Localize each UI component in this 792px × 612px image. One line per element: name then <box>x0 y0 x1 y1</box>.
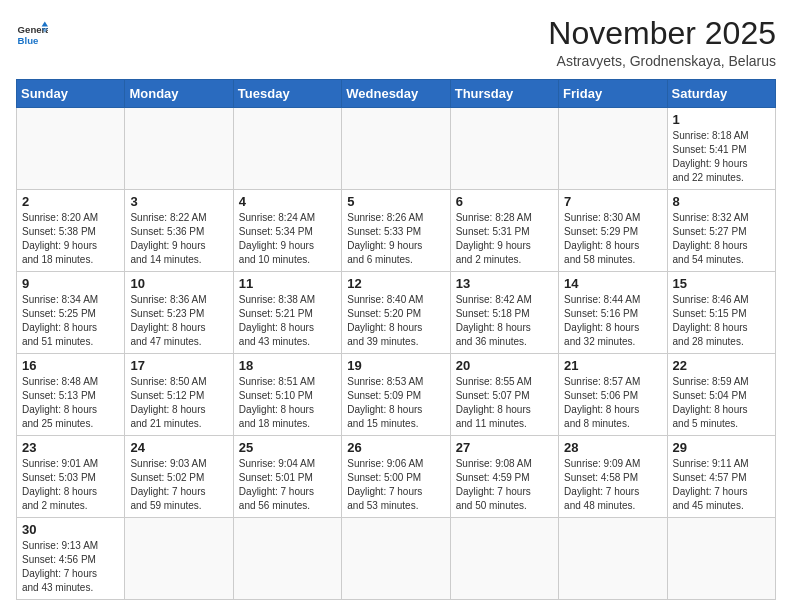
day-number: 1 <box>673 112 770 127</box>
day-number: 3 <box>130 194 227 209</box>
calendar-cell <box>450 108 558 190</box>
cell-sun-info: Sunrise: 8:50 AM Sunset: 5:12 PM Dayligh… <box>130 375 227 431</box>
day-number: 9 <box>22 276 119 291</box>
calendar-cell: 28Sunrise: 9:09 AM Sunset: 4:58 PM Dayli… <box>559 436 667 518</box>
day-number: 10 <box>130 276 227 291</box>
cell-sun-info: Sunrise: 9:03 AM Sunset: 5:02 PM Dayligh… <box>130 457 227 513</box>
day-of-week-saturday: Saturday <box>667 80 775 108</box>
calendar-cell: 2Sunrise: 8:20 AM Sunset: 5:38 PM Daylig… <box>17 190 125 272</box>
calendar-cell: 13Sunrise: 8:42 AM Sunset: 5:18 PM Dayli… <box>450 272 558 354</box>
cell-sun-info: Sunrise: 8:38 AM Sunset: 5:21 PM Dayligh… <box>239 293 336 349</box>
cell-sun-info: Sunrise: 8:53 AM Sunset: 5:09 PM Dayligh… <box>347 375 444 431</box>
day-number: 26 <box>347 440 444 455</box>
day-number: 4 <box>239 194 336 209</box>
calendar-cell: 18Sunrise: 8:51 AM Sunset: 5:10 PM Dayli… <box>233 354 341 436</box>
day-number: 27 <box>456 440 553 455</box>
cell-sun-info: Sunrise: 8:22 AM Sunset: 5:36 PM Dayligh… <box>130 211 227 267</box>
calendar-cell: 25Sunrise: 9:04 AM Sunset: 5:01 PM Dayli… <box>233 436 341 518</box>
day-number: 16 <box>22 358 119 373</box>
month-title: November 2025 <box>548 16 776 51</box>
title-area: November 2025 Astravyets, Grodnenskaya, … <box>548 16 776 69</box>
cell-sun-info: Sunrise: 9:13 AM Sunset: 4:56 PM Dayligh… <box>22 539 119 595</box>
day-number: 6 <box>456 194 553 209</box>
page-header: General Blue November 2025 Astravyets, G… <box>16 16 776 69</box>
calendar-cell: 20Sunrise: 8:55 AM Sunset: 5:07 PM Dayli… <box>450 354 558 436</box>
day-number: 28 <box>564 440 661 455</box>
logo: General Blue <box>16 20 48 48</box>
cell-sun-info: Sunrise: 8:44 AM Sunset: 5:16 PM Dayligh… <box>564 293 661 349</box>
calendar-cell: 6Sunrise: 8:28 AM Sunset: 5:31 PM Daylig… <box>450 190 558 272</box>
day-of-week-tuesday: Tuesday <box>233 80 341 108</box>
calendar-week-4: 16Sunrise: 8:48 AM Sunset: 5:13 PM Dayli… <box>17 354 776 436</box>
calendar-cell: 10Sunrise: 8:36 AM Sunset: 5:23 PM Dayli… <box>125 272 233 354</box>
calendar-cell <box>125 108 233 190</box>
location-subtitle: Astravyets, Grodnenskaya, Belarus <box>548 53 776 69</box>
logo-icon: General Blue <box>16 20 48 48</box>
calendar-cell: 7Sunrise: 8:30 AM Sunset: 5:29 PM Daylig… <box>559 190 667 272</box>
calendar-cell: 16Sunrise: 8:48 AM Sunset: 5:13 PM Dayli… <box>17 354 125 436</box>
cell-sun-info: Sunrise: 8:32 AM Sunset: 5:27 PM Dayligh… <box>673 211 770 267</box>
cell-sun-info: Sunrise: 8:40 AM Sunset: 5:20 PM Dayligh… <box>347 293 444 349</box>
day-of-week-monday: Monday <box>125 80 233 108</box>
day-of-week-wednesday: Wednesday <box>342 80 450 108</box>
calendar-cell <box>342 518 450 600</box>
calendar-week-3: 9Sunrise: 8:34 AM Sunset: 5:25 PM Daylig… <box>17 272 776 354</box>
calendar-cell: 9Sunrise: 8:34 AM Sunset: 5:25 PM Daylig… <box>17 272 125 354</box>
cell-sun-info: Sunrise: 9:08 AM Sunset: 4:59 PM Dayligh… <box>456 457 553 513</box>
day-number: 12 <box>347 276 444 291</box>
day-number: 25 <box>239 440 336 455</box>
day-number: 29 <box>673 440 770 455</box>
cell-sun-info: Sunrise: 8:30 AM Sunset: 5:29 PM Dayligh… <box>564 211 661 267</box>
calendar-cell: 5Sunrise: 8:26 AM Sunset: 5:33 PM Daylig… <box>342 190 450 272</box>
day-number: 5 <box>347 194 444 209</box>
cell-sun-info: Sunrise: 8:18 AM Sunset: 5:41 PM Dayligh… <box>673 129 770 185</box>
calendar-cell: 30Sunrise: 9:13 AM Sunset: 4:56 PM Dayli… <box>17 518 125 600</box>
calendar-cell: 1Sunrise: 8:18 AM Sunset: 5:41 PM Daylig… <box>667 108 775 190</box>
calendar-cell: 12Sunrise: 8:40 AM Sunset: 5:20 PM Dayli… <box>342 272 450 354</box>
cell-sun-info: Sunrise: 9:04 AM Sunset: 5:01 PM Dayligh… <box>239 457 336 513</box>
cell-sun-info: Sunrise: 8:28 AM Sunset: 5:31 PM Dayligh… <box>456 211 553 267</box>
cell-sun-info: Sunrise: 9:06 AM Sunset: 5:00 PM Dayligh… <box>347 457 444 513</box>
calendar-cell <box>17 108 125 190</box>
calendar-cell: 21Sunrise: 8:57 AM Sunset: 5:06 PM Dayli… <box>559 354 667 436</box>
cell-sun-info: Sunrise: 8:46 AM Sunset: 5:15 PM Dayligh… <box>673 293 770 349</box>
calendar-cell: 19Sunrise: 8:53 AM Sunset: 5:09 PM Dayli… <box>342 354 450 436</box>
cell-sun-info: Sunrise: 8:36 AM Sunset: 5:23 PM Dayligh… <box>130 293 227 349</box>
day-of-week-sunday: Sunday <box>17 80 125 108</box>
cell-sun-info: Sunrise: 8:57 AM Sunset: 5:06 PM Dayligh… <box>564 375 661 431</box>
svg-text:Blue: Blue <box>18 35 39 46</box>
day-number: 13 <box>456 276 553 291</box>
calendar-cell: 14Sunrise: 8:44 AM Sunset: 5:16 PM Dayli… <box>559 272 667 354</box>
day-number: 23 <box>22 440 119 455</box>
cell-sun-info: Sunrise: 8:24 AM Sunset: 5:34 PM Dayligh… <box>239 211 336 267</box>
day-number: 20 <box>456 358 553 373</box>
cell-sun-info: Sunrise: 9:01 AM Sunset: 5:03 PM Dayligh… <box>22 457 119 513</box>
cell-sun-info: Sunrise: 9:09 AM Sunset: 4:58 PM Dayligh… <box>564 457 661 513</box>
day-number: 24 <box>130 440 227 455</box>
day-number: 7 <box>564 194 661 209</box>
calendar-week-1: 1Sunrise: 8:18 AM Sunset: 5:41 PM Daylig… <box>17 108 776 190</box>
calendar-cell: 15Sunrise: 8:46 AM Sunset: 5:15 PM Dayli… <box>667 272 775 354</box>
day-number: 15 <box>673 276 770 291</box>
cell-sun-info: Sunrise: 8:55 AM Sunset: 5:07 PM Dayligh… <box>456 375 553 431</box>
calendar-cell: 17Sunrise: 8:50 AM Sunset: 5:12 PM Dayli… <box>125 354 233 436</box>
calendar-cell: 3Sunrise: 8:22 AM Sunset: 5:36 PM Daylig… <box>125 190 233 272</box>
day-number: 22 <box>673 358 770 373</box>
calendar-cell: 27Sunrise: 9:08 AM Sunset: 4:59 PM Dayli… <box>450 436 558 518</box>
calendar-cell <box>125 518 233 600</box>
day-number: 14 <box>564 276 661 291</box>
cell-sun-info: Sunrise: 8:26 AM Sunset: 5:33 PM Dayligh… <box>347 211 444 267</box>
calendar-cell: 8Sunrise: 8:32 AM Sunset: 5:27 PM Daylig… <box>667 190 775 272</box>
day-number: 2 <box>22 194 119 209</box>
calendar-cell <box>450 518 558 600</box>
calendar-week-2: 2Sunrise: 8:20 AM Sunset: 5:38 PM Daylig… <box>17 190 776 272</box>
day-number: 8 <box>673 194 770 209</box>
cell-sun-info: Sunrise: 8:42 AM Sunset: 5:18 PM Dayligh… <box>456 293 553 349</box>
day-of-week-thursday: Thursday <box>450 80 558 108</box>
day-of-week-friday: Friday <box>559 80 667 108</box>
calendar-cell <box>233 108 341 190</box>
day-number: 30 <box>22 522 119 537</box>
calendar-table: SundayMondayTuesdayWednesdayThursdayFrid… <box>16 79 776 600</box>
calendar-cell <box>559 518 667 600</box>
day-number: 19 <box>347 358 444 373</box>
